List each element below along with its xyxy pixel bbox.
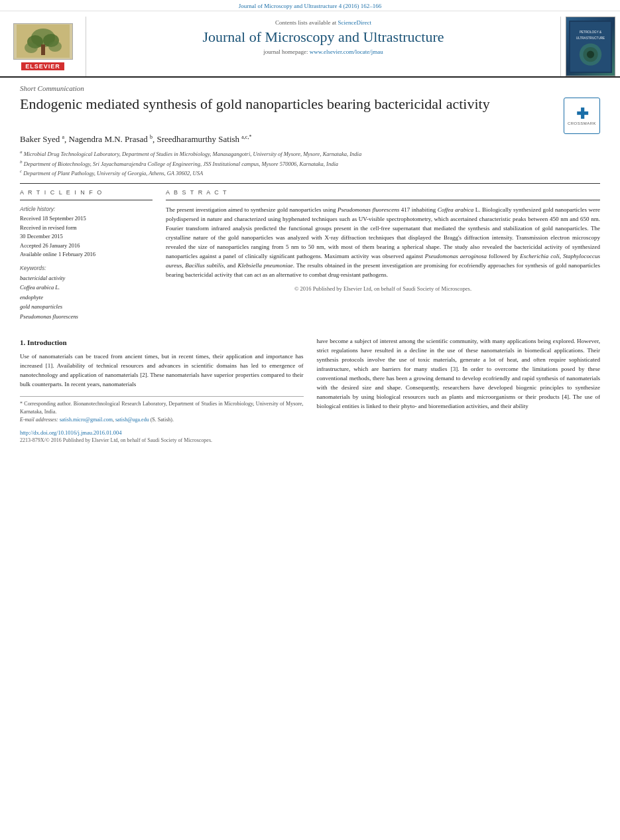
body-two-col: 1. Introduction Use of nanomaterials can…	[20, 337, 600, 424]
keyword-2: Coffea arabica L.	[20, 284, 60, 291]
body-col-right: have become a subject of interest among …	[317, 337, 601, 424]
abstract-text: The present investigation aimed to synth…	[166, 206, 600, 280]
history-subheader: Article history:	[20, 206, 153, 212]
date-received: Received 18 September 2015	[20, 215, 86, 222]
abstract-column: A B S T R A C T The present investigatio…	[166, 189, 600, 321]
doi-link[interactable]: http://dx.doi.org/10.1016/j.jmau.2016.01…	[20, 429, 122, 436]
journal-cover-image: PETROLOGY & ULTRASTRUCTURE	[566, 17, 615, 76]
article-dates: Received 18 September 2015 Received in r…	[20, 214, 153, 259]
body-col-left: 1. Introduction Use of nanomaterials can…	[20, 337, 304, 424]
svg-point-13	[587, 50, 594, 58]
intro-section-title: 1. Introduction	[20, 337, 304, 348]
intro-col1-text: Use of nanomaterials can be traced from …	[20, 352, 304, 389]
email-link-1[interactable]: satish.micro@gmail.com	[60, 417, 113, 423]
keyword-4: gold nanoparticles	[20, 303, 62, 310]
article-info-column: A R T I C L E I N F O Article history: R…	[20, 189, 153, 321]
abstract-header: A B S T R A C T	[166, 189, 600, 196]
date-revised: 30 December 2015	[20, 233, 63, 240]
svg-point-5	[25, 42, 38, 53]
affiliations-block: a Microbial Drug Technological Laborator…	[20, 149, 600, 178]
svg-point-6	[48, 41, 62, 52]
elsevier-tree-image	[13, 23, 73, 60]
affiliation-c: Department of Plant Pathology, Universit…	[23, 170, 203, 176]
copyright-line: © 2016 Published by Elsevier Ltd, on beh…	[166, 285, 600, 292]
elsevier-logo-block: ELSEVIER	[0, 17, 86, 76]
keywords-list: bactericidal activity Coffea arabica L. …	[20, 273, 153, 321]
journal-homepage-link[interactable]: www.elsevier.com/locate/jmau	[310, 48, 383, 55]
keyword-3: endophyte	[20, 294, 43, 301]
svg-text:PETROLOGY &: PETROLOGY &	[580, 30, 602, 33]
affiliation-a: Microbial Drug Technological Laboratory,…	[24, 151, 362, 157]
email-attribution: (S. Satish).	[151, 417, 174, 423]
article-info-header: A R T I C L E I N F O	[20, 189, 153, 196]
journal-cover-block: PETROLOGY & ULTRASTRUCTURE	[560, 17, 620, 76]
journal-ref-text: Journal of Microscopy and Ultrastructure…	[239, 3, 382, 9]
date-available: Available online 1 February 2016	[20, 251, 95, 257]
svg-rect-4	[41, 44, 45, 55]
abstract-divider	[166, 200, 600, 200]
journal-header: ELSEVIER Contents lists available at Sci…	[0, 11, 620, 78]
date-revised-label: Received in revised form	[20, 224, 77, 231]
header-divider	[20, 183, 600, 184]
keyword-5: Pseudomonas fluorescens	[20, 313, 78, 320]
title-block: ✚ CrossMark Endogenic mediated synthesis…	[20, 95, 600, 134]
doi-bar: http://dx.doi.org/10.1016/j.jmau.2016.01…	[0, 427, 620, 437]
keyword-1: bactericidal activity	[20, 275, 65, 281]
crossmark-symbol: ✚	[576, 107, 588, 121]
keywords-header: Keywords:	[20, 265, 153, 271]
affiliation-b: Department of Biotechnology, Sri Jayacha…	[24, 161, 338, 167]
sciencedirect-anchor[interactable]: ScienceDirect	[338, 19, 371, 26]
corresponding-author-note: * Corresponding author. Bionanotechnolog…	[20, 401, 304, 415]
intro-col2-text: have become a subject of interest among …	[317, 337, 601, 411]
article-type-label: Short Communication	[20, 84, 600, 92]
article-content-area: Short Communication ✚ CrossMark Endogeni…	[0, 78, 620, 328]
info-divider	[20, 200, 153, 200]
journal-homepage: journal homepage: www.elsevier.com/locat…	[94, 48, 552, 55]
elsevier-wordmark: ELSEVIER	[21, 62, 64, 70]
svg-text:ULTRASTRUCTURE: ULTRASTRUCTURE	[576, 36, 605, 39]
article-body-section: 1. Introduction Use of nanomaterials can…	[0, 328, 620, 427]
issn-bar: 2213-879X/© 2016 Published by Elsevier L…	[0, 437, 620, 447]
email-link-2[interactable]: satish@uga.edu	[115, 417, 149, 423]
email-label: E-mail addresses:	[20, 417, 58, 423]
sciencedirect-link: Contents lists available at ScienceDirec…	[94, 19, 552, 26]
crossmark-badge: ✚ CrossMark	[564, 98, 600, 134]
date-accepted: Accepted 26 January 2016	[20, 242, 80, 249]
journal-reference-bar: Journal of Microscopy and Ultrastructure…	[0, 0, 620, 11]
crossmark-label: CrossMark	[568, 121, 596, 125]
authors-line: Baker Syed a, Nagendra M.N. Prasad b, Sr…	[20, 134, 600, 145]
journal-title-block: Contents lists available at ScienceDirec…	[86, 17, 560, 76]
article-info-abstract-block: A R T I C L E I N F O Article history: R…	[20, 189, 600, 321]
journal-title: Journal of Microscopy and Ultrastructure	[94, 29, 552, 46]
footnote-block: * Corresponding author. Bionanotechnolog…	[20, 396, 304, 424]
article-title: Endogenic mediated synthesis of gold nan…	[20, 95, 600, 114]
